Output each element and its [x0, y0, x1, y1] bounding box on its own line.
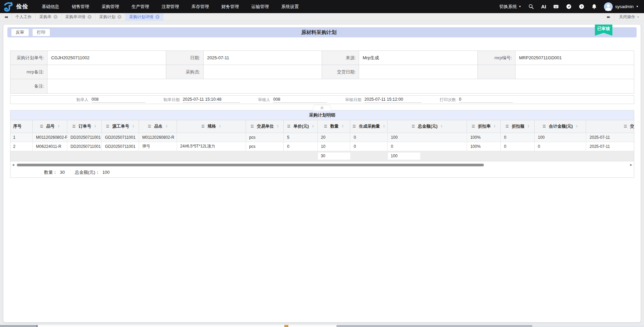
sort-icon[interactable]: ▲▼ — [383, 125, 385, 128]
tabs-scroll-left-icon[interactable]: ◀◀ — [0, 13, 11, 21]
cell — [501, 151, 534, 161]
scroll-right-icon[interactable]: ▶ — [629, 164, 632, 166]
column-menu-icon[interactable]: ☰ — [412, 124, 415, 129]
keypad-icon[interactable] — [553, 4, 559, 9]
close-icon[interactable]: × — [87, 15, 92, 19]
cell: 100 — [534, 133, 586, 142]
column-menu-icon[interactable]: ☰ — [472, 124, 475, 129]
menu-item-base-info[interactable]: 基础信息 — [42, 4, 59, 10]
close-icon[interactable]: × — [117, 15, 121, 19]
tabs-scroll-right-icon[interactable]: ▶▶ — [603, 13, 614, 21]
menu-item-injection[interactable]: 注塑管理 — [162, 4, 179, 10]
maker-field: 制单人 008 — [76, 97, 145, 103]
print-button[interactable]: 打印 — [32, 29, 50, 36]
column-menu-icon[interactable]: ☰ — [324, 124, 327, 129]
remark-value — [47, 79, 634, 93]
tab-label: 采购单 — [39, 14, 51, 20]
brand-name: 俭俭 — [16, 3, 28, 10]
sort-icon[interactable]: ▲▼ — [277, 125, 279, 128]
menu-item-sales[interactable]: 销售管理 — [72, 4, 89, 10]
search-icon[interactable] — [528, 4, 534, 9]
col-qty: ☰数量▲▼ — [317, 120, 350, 133]
favorite-star-icon[interactable]: ☆ — [338, 30, 343, 35]
sort-icon[interactable]: ▲▼ — [440, 125, 442, 128]
menu-item-production[interactable]: 生产管理 — [132, 4, 149, 10]
menu-item-inventory[interactable]: 库存管理 — [191, 4, 209, 10]
menu-item-transport[interactable]: 运输管理 — [251, 4, 269, 10]
menu-item-finance[interactable]: 财务管理 — [221, 4, 239, 10]
source-label: 来源: — [322, 51, 359, 65]
menu-item-purchase[interactable]: 采购管理 — [102, 4, 119, 10]
cell: pcs — [246, 142, 284, 151]
collapse-header-toggle[interactable] — [313, 105, 331, 110]
column-menu-icon[interactable]: ☰ — [543, 124, 546, 129]
tab-purchase-plan-detail[interactable]: 采购计划详情 × — [126, 13, 164, 21]
col-discount-amount: ☰折扣额▲▼ — [501, 120, 534, 133]
sort-icon[interactable]: ▲▼ — [132, 125, 134, 128]
sort-icon[interactable]: ▲▼ — [528, 125, 530, 128]
sort-icon[interactable]: ▲▼ — [576, 125, 578, 128]
tab-purchase-order-detail[interactable]: 采购单详情 × — [62, 13, 96, 21]
column-menu-icon[interactable]: ☰ — [201, 124, 205, 129]
col-gen-purchase-qty: ☰生成采购量▲▼ — [350, 120, 388, 133]
menu-item-system-settings[interactable]: 系统设置 — [281, 4, 299, 10]
switch-system-dropdown[interactable]: 切换系统 ▼ — [499, 4, 521, 10]
table-row[interactable]: 2 M06224011-R DD20250711001 GD2025071100… — [10, 142, 634, 151]
column-menu-icon[interactable]: ☰ — [287, 124, 290, 129]
col-source-wo: ☰源工单号▲▼ — [102, 120, 139, 133]
close-icon[interactable]: × — [155, 15, 159, 19]
column-menu-icon[interactable]: ☰ — [624, 124, 627, 129]
tab-purchase-order[interactable]: 采购单 × — [36, 13, 62, 21]
sort-icon[interactable]: ▲▼ — [94, 125, 96, 128]
ai-assistant-button[interactable]: AI — [541, 4, 546, 9]
column-menu-icon[interactable]: ☰ — [251, 124, 254, 129]
user-menu[interactable]: sysadmin ▼ — [604, 2, 639, 11]
detail-grid: 序号 ☰品号▲▼ ☰订单号▲▼ ☰源工单号▲▼ ☰品名▲▼ ☰规格▲▼ ☰交易单… — [10, 120, 634, 161]
mrp-remark-label: mrp备注: — [10, 65, 47, 79]
audit-date-value: 2025-07-11 15:12:00 — [364, 97, 422, 103]
cell: M06224011-R — [33, 142, 67, 151]
dashboard-icon[interactable] — [566, 4, 572, 9]
table-row[interactable]: 1 M01120260802-R DD20250711001 GD2025071… — [10, 133, 634, 142]
cell — [10, 151, 33, 161]
cell: 2 — [10, 142, 33, 151]
delivery-date-label: 交货日期: — [322, 65, 359, 79]
cell — [350, 151, 388, 161]
column-menu-icon[interactable]: ☰ — [353, 124, 356, 129]
scroll-left-icon[interactable]: ◀ — [12, 164, 15, 166]
page-title: 原材料采购计划 — [301, 29, 336, 35]
help-icon[interactable]: ? — [579, 4, 584, 9]
scrollbar-thumb[interactable] — [17, 164, 484, 166]
cell — [33, 151, 67, 161]
detail-totals: 数量： 30 总金额(元)： 100 — [10, 167, 634, 177]
tab-personal-work[interactable]: 个人工作 — [11, 13, 36, 21]
column-menu-icon[interactable]: ☰ — [40, 124, 43, 129]
col-total-amount: ☰总金额(元)▲▼ — [387, 120, 467, 133]
column-menu-icon[interactable]: ☰ — [106, 124, 109, 129]
notification-bell-icon[interactable] — [592, 4, 597, 9]
cell: 100 — [387, 151, 467, 161]
status-badge: 已审核 — [595, 25, 612, 36]
close-operations-dropdown[interactable]: 关闭操作 ▼ — [614, 13, 644, 21]
top-navbar: 俭俭 基础信息 销售管理 采购管理 生产管理 注塑管理 库存管理 财务管理 运输… — [0, 0, 644, 13]
sort-icon[interactable]: ▲▼ — [58, 125, 60, 128]
column-menu-icon[interactable]: ☰ — [505, 124, 509, 129]
document-card: 反审 打印 原材料采购计划☆ 已审核 采购计划单号: CGJH202507110… — [3, 25, 641, 322]
unreview-button[interactable]: 反审 — [11, 29, 29, 36]
sort-icon[interactable]: ▲▼ — [494, 125, 496, 128]
sort-icon[interactable]: ▲▼ — [166, 125, 168, 128]
sort-icon[interactable]: ▲▼ — [342, 125, 344, 128]
chevron-down-icon: ▼ — [637, 16, 639, 18]
sort-icon[interactable]: ▲▼ — [312, 125, 314, 128]
column-menu-icon[interactable]: ☰ — [148, 124, 151, 129]
print-count-label: 打印次数 — [440, 97, 456, 103]
tab-purchase-plan[interactable]: 采购计划 × — [96, 13, 126, 21]
order-no-label: 采购计划单号: — [10, 51, 47, 65]
close-icon[interactable]: × — [53, 15, 58, 19]
cell — [284, 151, 317, 161]
cell — [467, 151, 500, 161]
column-menu-icon[interactable]: ☰ — [72, 124, 76, 129]
sort-icon[interactable]: ▲▼ — [219, 125, 221, 128]
cell: 1 — [10, 133, 33, 142]
maker-value: 008 — [92, 97, 145, 103]
